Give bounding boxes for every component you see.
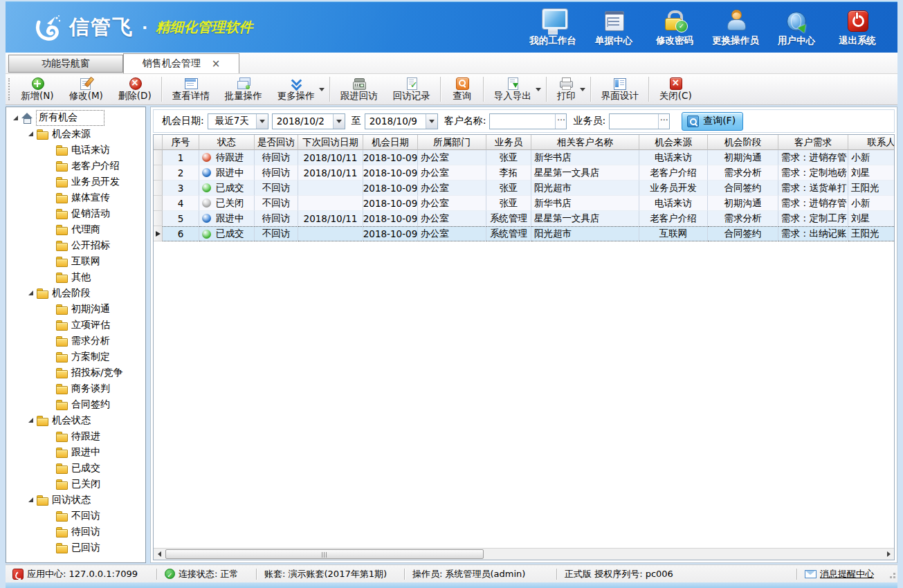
row-indicator[interactable] xyxy=(154,211,163,226)
tree-root-all-opportunities[interactable]: 所有机会 xyxy=(6,110,145,126)
chevron-down-icon[interactable] xyxy=(426,114,437,129)
tree-item[interactable]: 公开招标 xyxy=(6,237,145,253)
tree-item[interactable]: 待跟进 xyxy=(6,428,145,444)
row-indicator[interactable] xyxy=(154,196,163,211)
toolbar-button-add[interactable]: 新增(N) xyxy=(13,75,62,104)
tree-item[interactable]: 已回访 xyxy=(6,540,145,555)
tree-item[interactable]: 商务谈判 xyxy=(6,380,145,396)
date-from-select[interactable]: 2018/10/2 xyxy=(272,113,345,129)
chevron-down-icon[interactable] xyxy=(333,114,345,129)
tree-item[interactable]: 跟进中 xyxy=(6,444,145,460)
tree-item[interactable]: 互联网 xyxy=(6,253,145,269)
tree-item[interactable]: 不回访 xyxy=(6,508,145,524)
customer-name-input[interactable] xyxy=(490,115,555,128)
column-header-status[interactable]: 状态 xyxy=(199,135,255,150)
tree-item[interactable]: 已成交 xyxy=(6,460,145,476)
toolbar-button-more-operations[interactable]: 更多操作 xyxy=(270,75,327,104)
toolbar-button-close[interactable]: 关闭(C) xyxy=(652,75,700,104)
toolbar-button-batch-operation[interactable]: 批量操作 xyxy=(217,75,270,104)
date-preset-select[interactable]: 最近7天 xyxy=(208,113,268,129)
table-row[interactable]: 2跟进中待回访2018/10/112018-10-09办公室李拓星星第一文具店老… xyxy=(154,165,894,181)
tree-item[interactable]: 立项评估 xyxy=(6,317,145,333)
column-header-next_visit[interactable]: 下次回访日期 xyxy=(298,135,363,150)
tree-item[interactable]: 招投标/竞争 xyxy=(6,365,145,380)
tree-group-3[interactable]: 回访状态 xyxy=(6,492,145,508)
tree-group-1[interactable]: 机会阶段 xyxy=(6,285,145,301)
resize-grip[interactable] xyxy=(886,569,896,579)
row-indicator[interactable] xyxy=(154,181,163,196)
tree-item[interactable]: 需求分析 xyxy=(6,333,145,349)
query-button[interactable]: 查询(F) xyxy=(682,112,743,131)
header-action-user-center[interactable]: 用户中心 xyxy=(769,8,824,47)
tree-item[interactable]: 待回访 xyxy=(6,524,145,540)
dropdown-arrow-icon[interactable] xyxy=(319,88,325,91)
table-row[interactable]: 3已成交不回访2018-10-09办公室张亚阳光超市业务员开发合同签约需求：送货… xyxy=(154,181,894,196)
table-row[interactable]: 1待跟进待回访2018/10/112018-10-09办公室张亚新华书店电话来访… xyxy=(154,150,894,165)
tree-item[interactable]: 促销活动 xyxy=(6,205,145,221)
tree-item[interactable]: 电话来访 xyxy=(6,142,145,158)
column-header-salesman[interactable]: 业务员 xyxy=(486,135,531,150)
table-row[interactable]: 5跟进中待回访2018/10/112018-10-09办公室系统管理星星第一文具… xyxy=(154,211,894,226)
message-center-link[interactable]: 消息提醒中心 xyxy=(798,568,881,580)
column-header-contact[interactable]: 联系人 xyxy=(848,135,894,150)
header-action-exit-system[interactable]: 退出系统 xyxy=(830,8,885,47)
tree-item[interactable]: 老客户介绍 xyxy=(6,158,145,174)
tree-group-0[interactable]: 机会来源 xyxy=(6,126,145,142)
chevron-down-icon[interactable] xyxy=(256,114,268,129)
scroll-right-icon[interactable] xyxy=(883,549,894,560)
toolbar-button-view-detail[interactable]: 查看详情 xyxy=(165,75,217,104)
column-header-dept[interactable]: 所属部门 xyxy=(418,135,486,150)
salesman-input[interactable] xyxy=(610,115,658,128)
tree-item[interactable]: 初期沟通 xyxy=(6,301,145,317)
customer-lookup-button[interactable]: … xyxy=(555,114,566,129)
scroll-left-icon[interactable] xyxy=(154,549,165,560)
tree-item[interactable]: 已关闭 xyxy=(6,476,145,492)
toolbar-button-edit[interactable]: 修改(M) xyxy=(62,75,111,104)
table-row[interactable]: 4已关闭不回访2018-10-09办公室张亚新华书店电话来访初期沟通需求：进销存… xyxy=(154,196,894,211)
toolbar-button-ui-design[interactable]: 界面设计 xyxy=(594,75,646,104)
close-tab-icon[interactable]: × xyxy=(212,59,221,68)
toolbar-button-delete[interactable]: 删除(D) xyxy=(111,75,159,104)
toolbar-grip[interactable] xyxy=(8,78,10,100)
toolbar-button-visit-record[interactable]: 回访记录 xyxy=(385,75,438,104)
header-action-document-center[interactable]: 单据中心 xyxy=(586,8,641,47)
tree-item[interactable]: 其他 xyxy=(6,269,145,285)
expand-arrow-icon[interactable] xyxy=(13,116,18,120)
salesman-lookup-button[interactable]: … xyxy=(658,114,669,129)
dropdown-arrow-icon[interactable] xyxy=(580,88,585,91)
dropdown-arrow-icon[interactable] xyxy=(536,88,541,91)
tab-sales-opportunity-management[interactable]: 销售机会管理 × xyxy=(123,53,239,73)
tab-function-navigator[interactable]: 功能导航窗 xyxy=(8,55,123,73)
tree-item[interactable]: 代理商 xyxy=(6,221,145,237)
tree-item[interactable]: 方案制定 xyxy=(6,349,145,365)
column-header-visit[interactable]: 是否回访 xyxy=(255,135,298,150)
column-header-demand[interactable]: 客户需求 xyxy=(778,135,848,150)
row-indicator[interactable] xyxy=(154,165,163,181)
toolbar-button-import-export[interactable]: 导入导出 xyxy=(486,75,544,104)
scrollbar-thumb[interactable] xyxy=(165,549,484,559)
column-header-opp_date[interactable]: 机会日期 xyxy=(363,135,418,150)
expand-arrow-icon[interactable] xyxy=(28,418,33,423)
expand-arrow-icon[interactable] xyxy=(28,291,33,295)
toolbar-button-query[interactable]: 查询 xyxy=(444,75,481,104)
column-header-customer[interactable]: 相关客户名称 xyxy=(531,135,639,150)
toolbar-button-follow-up-visit[interactable]: 跟进回访 xyxy=(333,75,385,104)
header-action-my-workbench[interactable]: 我的工作台 xyxy=(525,8,581,47)
header-action-switch-operator[interactable]: 更换操作员 xyxy=(708,8,763,47)
column-header-stage[interactable]: 机会阶段 xyxy=(708,135,778,150)
date-to-select[interactable]: 2018/10/9 xyxy=(365,113,438,129)
toolbar-button-print[interactable]: 打印 xyxy=(549,75,588,104)
tree-group-2[interactable]: 机会状态 xyxy=(6,412,145,428)
horizontal-scrollbar[interactable] xyxy=(154,548,894,560)
expand-arrow-icon[interactable] xyxy=(28,131,33,136)
column-header-seq[interactable]: 序号 xyxy=(163,135,199,150)
tree-item[interactable]: 业务员开发 xyxy=(6,174,145,190)
tree-item[interactable]: 合同签约 xyxy=(6,396,145,412)
row-indicator[interactable] xyxy=(154,226,163,241)
column-header-source[interactable]: 机会来源 xyxy=(639,135,708,150)
table-row[interactable]: 6已成交不回访2018-10-09办公室系统管理阳光超市互联网合同签约需求：出纳… xyxy=(154,226,894,241)
expand-arrow-icon[interactable] xyxy=(28,497,33,502)
header-action-change-password[interactable]: 修改密码 xyxy=(647,8,702,47)
tree-item[interactable]: 媒体宣传 xyxy=(6,190,145,205)
row-indicator[interactable] xyxy=(154,150,163,165)
